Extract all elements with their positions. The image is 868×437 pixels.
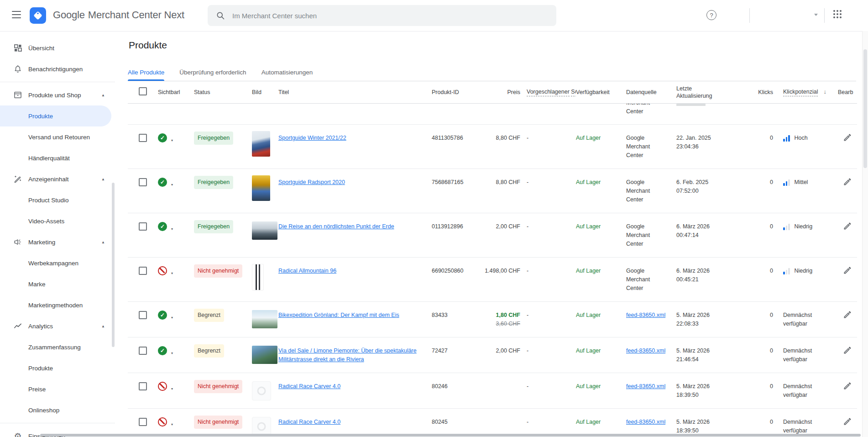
horizontal-scrollbar[interactable] [40,434,861,437]
chevron-down-icon: ▾ [171,225,173,233]
edit-button[interactable] [843,381,852,392]
tab-bar: Alle Produkte Überprüfung erforderlich A… [128,64,856,81]
sidebar-item-versand-und-retouren[interactable]: Versand und Retouren [0,126,115,147]
sidebar-item-uebersicht[interactable]: Übersicht [0,37,115,58]
product-title-link[interactable]: Radical Race Carver 4.0 [278,419,340,425]
chevron-down-icon: ▾ [171,420,173,429]
clicks: 0 [754,222,773,231]
column-header-bearbeiten: Bearb [838,89,857,96]
sidebar-section-produkte-und-shop[interactable]: Produkte und Shop ▲ [0,84,115,105]
visibility-dropdown[interactable]: ▾ [158,418,194,429]
product-title-link[interactable]: Radical Allmountain 96 [278,268,336,274]
sidebar-item-marketingmethoden[interactable]: Marketingmethoden [0,295,115,316]
tab-ueberpruefung-erforderlich[interactable]: Überprüfung erforderlich [179,64,246,81]
sidebar-item-produkte[interactable]: Produkte [0,105,111,126]
edit-button[interactable] [843,177,852,188]
sidebar-item-zusammenfassung[interactable]: Zusammenfassung [0,337,115,358]
active-tab-underline [128,79,164,81]
price-cell: 2,00 CHF [475,347,520,355]
sidebar-section-analytics[interactable]: Analytics ▲ [0,316,115,337]
sidebar-item-preise[interactable]: Preise [0,379,115,400]
visibility-dropdown[interactable]: ▾ [158,267,194,278]
clicks: 0 [754,178,773,187]
vertical-scrollbar[interactable] [862,31,868,437]
column-header-status: Status [194,89,252,96]
table-row: ▾ Freigegeben Sportguide Winter 2021/22 … [128,125,857,169]
column-header-sichtbar: Sichtbarl [158,89,194,96]
row-checkbox[interactable] [139,418,147,426]
edit-button[interactable] [843,346,852,356]
clicks: 0 [754,347,773,355]
visibility-dropdown[interactable]: ▾ [158,347,194,358]
search-input[interactable] [231,11,548,20]
edit-button[interactable] [843,417,852,427]
sidebar-item-product-studio[interactable]: Product Studio [0,190,115,211]
sidebar-item-video-assets[interactable]: Video-Assets [0,211,115,232]
sidebar-section-anzeigeninhalt[interactable]: Anzeigeninhalt ▲ [0,168,115,190]
row-checkbox[interactable] [139,347,147,355]
sidebar-item-onlineshop[interactable]: Onlineshop [0,400,115,421]
row-checkbox[interactable] [139,267,147,275]
feed-link[interactable]: feed-83650.xml [626,419,665,425]
price: 1.498,00 CHF [485,268,520,274]
column-header-klickpotenzial[interactable]: Klickpotenzial ↓ [773,88,838,96]
product-title-link[interactable]: Sportguide Radsport 2020 [278,179,345,185]
apps-grid-icon[interactable] [833,10,842,18]
availability: Auf Lager [576,419,601,425]
price: 2,00 CHF [496,223,521,230]
sidebar-item-marke[interactable]: Marke [0,274,115,295]
feed-link[interactable]: feed-83650.xml [626,347,665,354]
visibility-dropdown[interactable]: ▾ [158,178,194,189]
visibility-status-icon [158,133,167,142]
row-checkbox[interactable] [139,134,147,142]
edit-button[interactable] [843,266,852,276]
menu-icon[interactable] [12,11,21,18]
search-bar[interactable] [208,5,556,26]
product-title-link[interactable]: Via del Sale / Limone Piemonte: Über die… [278,347,417,363]
product-title-link[interactable]: Radical Race Carver 4.0 [278,383,340,390]
sidebar-item-produkte-analytics[interactable]: Produkte [0,358,115,379]
availability: Auf Lager [576,223,601,230]
row-checkbox[interactable] [139,222,147,231]
feed-link[interactable]: feed-83650.xml [626,383,665,390]
status-badge: Freigegeben [194,220,233,233]
account-chevron-down-icon[interactable] [814,14,818,16]
status-badge: Freigegeben [194,176,233,189]
tab-automatisierungen[interactable]: Automatisierungen [261,64,313,81]
edit-button[interactable] [843,133,852,143]
column-header-letzte-aktualisierung: Letzte Aktualisierung [676,85,754,100]
edit-button[interactable] [843,221,852,232]
vertical-scrollbar-thumb[interactable] [863,49,867,168]
help-icon[interactable]: ? [706,10,716,20]
suggested-sale-price: - [520,382,576,391]
row-checkbox[interactable] [139,178,147,186]
visibility-dropdown[interactable]: ▾ [158,382,194,393]
visibility-dropdown[interactable]: ▾ [158,222,194,233]
data-source: Google Merchant Center [626,134,659,160]
row-checkbox[interactable] [139,382,147,390]
select-all-checkbox[interactable] [139,87,147,95]
suggested-sale-price: - [520,134,576,142]
sidebar-section-marketing[interactable]: Marketing ▲ [0,232,115,253]
sidebar-item-benachrichtigungen[interactable]: Benachrichtigungen [0,58,115,79]
product-title-link[interactable]: Die Reise an den nördlichsten Punkt der … [278,223,394,230]
sidebar-item-werbekampagnen[interactable]: Werbekampagnen [0,253,115,274]
product-title-link[interactable]: Sportguide Winter 2021/22 [278,135,346,141]
row-checkbox[interactable] [139,311,147,319]
sidebar-item-haendlerqualitaet[interactable]: Händlerqualität [0,147,115,168]
sidebar-scrollbar[interactable] [112,183,115,347]
feed-link[interactable]: feed-83650.xml [626,312,665,318]
edit-button[interactable] [843,310,852,321]
top-bar: GoogleMerchant Center Next ? [0,0,868,32]
last-update: 5. März 2026 18:39:50 [676,418,754,435]
tab-alle-produkte[interactable]: Alle Produkte [128,64,164,81]
pencil-icon [843,133,852,142]
product-title-link[interactable]: Bikexpedition Grönland: Der Kampf mit de… [278,312,399,318]
product-id: 0113912896 [432,222,475,231]
visibility-dropdown[interactable]: ▾ [158,311,194,322]
product-image [252,221,277,240]
product-id: 80246 [432,382,475,391]
pencil-icon [843,310,852,319]
visibility-status-icon [158,266,167,275]
visibility-dropdown[interactable]: ▾ [158,134,194,145]
